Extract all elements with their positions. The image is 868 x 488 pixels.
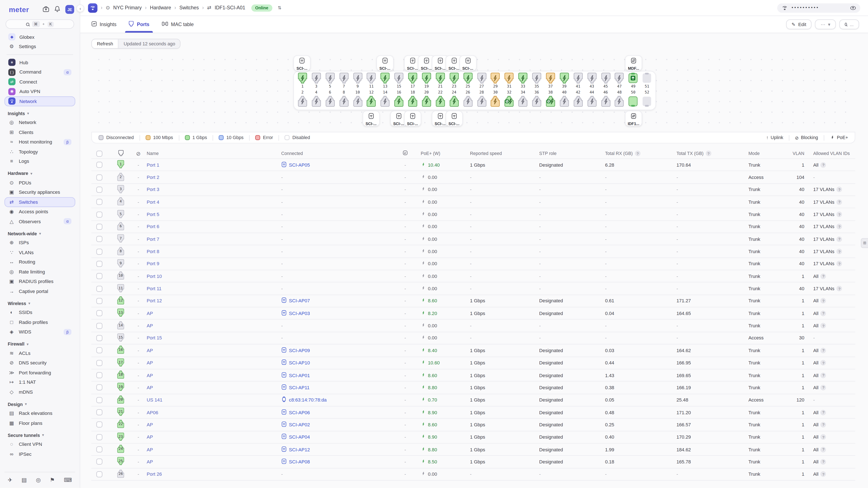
sidebar-item-network[interactable]: ◎Network	[4, 118, 75, 127]
port-18[interactable]	[406, 96, 420, 107]
port-52[interactable]	[640, 96, 654, 107]
row-checkbox[interactable]	[96, 372, 102, 378]
more-menu-button[interactable]: ⋯ ▾	[815, 19, 836, 29]
port-15[interactable]	[392, 72, 406, 84]
connected-device-link[interactable]: SCI-AP04	[281, 434, 398, 440]
port-name-link[interactable]: AP	[147, 360, 281, 365]
port-name-link[interactable]: AP06	[147, 409, 281, 415]
row-checkbox[interactable]	[96, 335, 102, 341]
sidebar-item-switches[interactable]: ⇄Switches	[4, 197, 75, 207]
sidebar-item-isps[interactable]: ⊕ISPs	[4, 238, 75, 248]
row-checkbox[interactable]	[96, 434, 102, 440]
table-row-port-22[interactable]: 22-APSCI-AP02-8.601 GbpsDesignated0.2516…	[91, 419, 855, 431]
select-all-checkbox[interactable]	[96, 150, 102, 156]
port-17[interactable]	[406, 72, 420, 84]
port-name-link[interactable]: Port 10	[147, 273, 281, 279]
table-row-port-7[interactable]: 7-Port 7--0.00----Trunk4017 VLANs?	[91, 233, 855, 245]
breadcrumb-hardware[interactable]: Hardware	[150, 5, 171, 10]
port-name-link[interactable]: Port 11	[147, 286, 281, 291]
sidebar-item-observers[interactable]: △Observersα	[4, 216, 75, 226]
tab-mac-table[interactable]: MAC table	[161, 16, 194, 33]
avatar[interactable]: JE	[65, 5, 74, 14]
device-card-SCI[interactable]: SCI-...	[404, 111, 421, 126]
port-name-link[interactable]: Port 1	[147, 162, 281, 168]
port-50[interactable]	[626, 96, 640, 107]
port-22[interactable]	[433, 96, 447, 107]
port-name-link[interactable]: AP	[147, 385, 281, 390]
connected-device-link[interactable]: SCI-AP07	[281, 298, 398, 304]
port-name-link[interactable]: AP	[147, 434, 281, 440]
sidebar-item-radio-profiles[interactable]: □Radio profiles	[4, 317, 75, 327]
sidebar-item-acls[interactable]: ≋ACLs	[4, 348, 75, 358]
connected-device-link[interactable]: SCI-AP08	[281, 459, 398, 465]
row-checkbox[interactable]	[96, 199, 102, 205]
port-5[interactable]	[323, 72, 337, 84]
row-checkbox[interactable]	[96, 298, 102, 304]
row-checkbox[interactable]	[96, 360, 102, 366]
port-8[interactable]	[337, 96, 351, 107]
table-row-port-3[interactable]: 3-Port 3--0.00----Trunk4017 VLANs?	[91, 184, 855, 196]
port-name-link[interactable]: Port 2	[147, 175, 281, 180]
connected-device-link[interactable]: SCI-AP10	[281, 360, 398, 366]
port-38[interactable]	[544, 96, 557, 107]
edit-button[interactable]: ✎ Edit	[786, 19, 812, 29]
section-header-wireless[interactable]: Wireless▾	[4, 296, 75, 308]
port-13[interactable]	[378, 72, 392, 84]
table-row-port-8[interactable]: 8-Port 8--0.00----Trunk4017 VLANs?	[91, 245, 855, 258]
port-25[interactable]	[461, 72, 475, 84]
sidebar-item-floor-plans[interactable]: ▦Floor plans	[4, 418, 75, 428]
sidebar-item-ipsec[interactable]: ∞IPSec	[4, 449, 75, 459]
port-29[interactable]	[489, 72, 502, 84]
section-header-insights[interactable]: Insights▾	[4, 106, 75, 118]
port-47[interactable]	[613, 72, 626, 84]
help-icon[interactable]: ?	[837, 286, 842, 291]
help-icon[interactable]: ?	[821, 372, 826, 378]
port-name-link[interactable]: AP	[147, 323, 281, 328]
port-20[interactable]	[420, 96, 433, 107]
sidebar-item-port-forwarding[interactable]: ≫Port forwarding	[4, 368, 75, 377]
table-row-port-2[interactable]: 2-Port 2--0.00----Access104-	[91, 171, 855, 184]
row-checkbox[interactable]	[96, 323, 102, 329]
port-36[interactable]	[530, 96, 544, 107]
port-33[interactable]	[516, 72, 530, 84]
port-4[interactable]	[309, 96, 323, 107]
help-icon[interactable]: ?	[821, 323, 826, 328]
section-header-firewall[interactable]: Firewall▾	[4, 337, 75, 348]
row-checkbox[interactable]	[96, 236, 102, 242]
sidebar-item-settings[interactable]: ⚙Settings	[4, 42, 75, 52]
table-row-port-11[interactable]: 11-Port 11--0.00----Trunk4017 VLANs?	[91, 282, 855, 295]
sidebar-item-rack-elevations[interactable]: ▤Rack elevations	[4, 408, 75, 418]
help-icon[interactable]: ?	[821, 348, 826, 353]
sidebar-collapse-button[interactable]: ‹	[76, 4, 84, 12]
bell-icon[interactable]	[54, 4, 60, 14]
rocket-icon[interactable]: ✈	[8, 477, 12, 483]
table-row-port-13[interactable]: 13-APSCI-AP03-8.201 GbpsDesignated0.0416…	[91, 307, 855, 320]
row-checkbox[interactable]	[96, 447, 102, 453]
table-row-port-17[interactable]: 17-APSCI-AP10-10.601 GbpsDesignated0.441…	[91, 357, 855, 369]
search-input[interactable]: ⌘ + K	[5, 19, 74, 29]
port-3[interactable]	[309, 72, 323, 84]
sidebar-item-logs[interactable]: ≡Logs	[4, 156, 75, 166]
device-card-MDF[interactable]: MDF...	[625, 55, 642, 71]
port-name-link[interactable]: AP	[147, 311, 281, 316]
table-row-port-23[interactable]: 23-APSCI-AP04-8.901 GbpsDesignated0.4017…	[91, 431, 855, 444]
table-row-port-10[interactable]: 10-Port 10--0.00----Trunk1All?	[91, 270, 855, 282]
help-icon[interactable]: ?	[821, 162, 826, 168]
connected-device-link[interactable]: SCI-AP12	[281, 446, 398, 453]
help-icon[interactable]: ?	[635, 151, 641, 156]
help-icon[interactable]: ?	[837, 199, 842, 205]
sidebar-item-wids[interactable]: ◈WIDSβ	[4, 327, 75, 337]
sidebar-item-topology[interactable]: ∴Topology	[4, 147, 75, 156]
row-checkbox[interactable]	[96, 211, 102, 217]
port-19[interactable]	[420, 72, 433, 84]
connected-device-link[interactable]: SCI-AP03	[281, 310, 398, 316]
sidebar-item-mdns[interactable]: ◇mDNS	[4, 387, 75, 397]
port-30[interactable]	[489, 96, 502, 107]
table-row-port-19[interactable]: 19-APSCI-AP11-8.801 GbpsDesignated0.3816…	[91, 382, 855, 394]
help-icon[interactable]: ?	[837, 249, 842, 254]
port-34[interactable]	[516, 96, 530, 107]
port-name-link[interactable]: Port 12	[147, 298, 281, 304]
sidebar-item-vlans[interactable]: ∵VLANs	[4, 248, 75, 257]
device-card-IDF1[interactable]: IDF1...	[625, 111, 642, 126]
table-row-port-12[interactable]: 12-Port 12SCI-AP07-8.601 GbpsDesignated0…	[91, 295, 855, 307]
